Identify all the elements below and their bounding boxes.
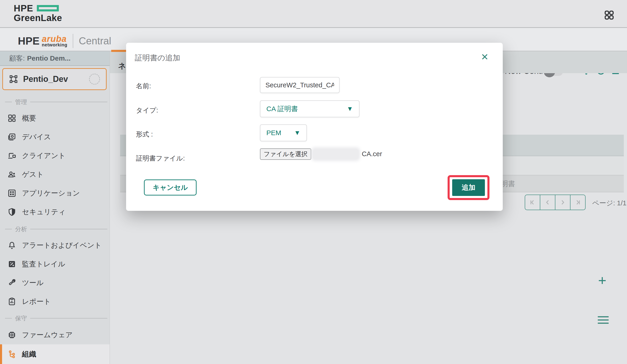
customer-banner: 顧客: Pentio Dem... bbox=[0, 51, 110, 66]
devices-icon bbox=[7, 132, 16, 141]
sidebar-item-label: クライアント bbox=[22, 151, 65, 161]
format-selected-value: PEM bbox=[266, 129, 281, 137]
app-grid-icon[interactable] bbox=[603, 9, 615, 21]
add-certificate-dialog: 証明書の追加 ✕ 名前: タイプ: CA 証明書 ▼ 形式 : PEM ▼ 証明… bbox=[126, 43, 503, 211]
certificate-type-select[interactable]: CA 証明書 ▼ bbox=[260, 100, 360, 117]
overview-icon bbox=[7, 114, 16, 123]
sidebar-item-label: ゲスト bbox=[22, 170, 44, 179]
file-label: 証明書ファイル: bbox=[136, 154, 185, 163]
add-certificate-plus-icon[interactable]: + bbox=[598, 273, 606, 287]
customer-label: 顧客: bbox=[9, 54, 25, 63]
type-selected-value: CA 証明書 bbox=[266, 104, 298, 114]
sidebar-item-label: 組織 bbox=[22, 349, 36, 359]
next-page-button[interactable] bbox=[555, 195, 571, 210]
name-label: 名前: bbox=[136, 82, 151, 91]
sidebar: 顧客: Pentio Dem... Pentio_Dev 管理 概要 デバイス … bbox=[0, 51, 110, 364]
chevron-down-icon: ▼ bbox=[347, 105, 353, 112]
applications-icon bbox=[7, 189, 16, 198]
sidebar-item-overview[interactable]: 概要 bbox=[0, 109, 110, 128]
sidebar-item-firmware[interactable]: ファームウェア bbox=[0, 326, 110, 344]
active-item-indicator bbox=[0, 344, 2, 364]
product-name: Central bbox=[79, 35, 111, 47]
pagination-controls bbox=[525, 195, 586, 210]
sidebar-item-label: アプリケーション bbox=[22, 188, 80, 198]
first-page-button[interactable] bbox=[525, 195, 540, 210]
group-name: Pentio_Dev bbox=[23, 74, 84, 84]
sidebar-item-audit-trail[interactable]: 監査トレイル bbox=[0, 255, 110, 273]
customer-name: Pentio Dem... bbox=[27, 54, 70, 62]
format-label: 形式 : bbox=[136, 130, 153, 139]
sidebar-item-label: セキュリティ bbox=[22, 207, 65, 217]
cancel-button[interactable]: キャンセル bbox=[144, 180, 197, 195]
sidebar-item-label: アラートおよびイベント bbox=[22, 240, 102, 250]
aruba-text: aruba bbox=[42, 35, 67, 43]
sidebar-item-guests[interactable]: ゲスト bbox=[0, 165, 110, 184]
hpe-logo-text: HPE bbox=[14, 4, 33, 13]
certificate-format-select[interactable]: PEM ▼ bbox=[260, 124, 307, 141]
file-name-text: CA.cer bbox=[362, 150, 382, 158]
hpe-greenlake-logo: HPE GreenLake bbox=[14, 4, 62, 22]
aruba-hpe-text: HPE bbox=[18, 35, 40, 47]
sidebar-item-organization[interactable]: 組織 bbox=[0, 344, 110, 364]
active-tab-indicator bbox=[111, 50, 127, 52]
sidebar-item-applications[interactable]: アプリケーション bbox=[0, 184, 110, 203]
sidebar-item-label: デバイス bbox=[22, 132, 51, 142]
sidebar-item-label: ファームウェア bbox=[22, 330, 73, 340]
section-management: 管理 bbox=[0, 98, 110, 106]
audit-trail-icon bbox=[7, 260, 16, 269]
sidebar-item-label: 概要 bbox=[22, 113, 36, 123]
group-selector[interactable]: Pentio_Dev bbox=[2, 68, 107, 90]
tools-wrench-icon bbox=[7, 278, 16, 287]
reports-clipboard-icon bbox=[7, 297, 16, 306]
greenlake-logo-text: GreenLake bbox=[14, 13, 62, 22]
close-icon[interactable]: ✕ bbox=[481, 52, 489, 61]
sidebar-item-label: 監査トレイル bbox=[22, 259, 65, 269]
networking-text: networking bbox=[42, 43, 67, 47]
last-page-button[interactable] bbox=[571, 195, 585, 210]
sidebar-item-reports[interactable]: レポート bbox=[0, 292, 110, 311]
type-label: タイプ: bbox=[136, 106, 158, 115]
loading-spinner-icon bbox=[89, 74, 100, 85]
table-menu-icon[interactable] bbox=[598, 316, 609, 326]
section-maintenance: 保守 bbox=[0, 314, 110, 322]
organization-icon bbox=[7, 350, 16, 359]
page-indicator: ページ: 1/1 bbox=[592, 198, 627, 208]
sidebar-item-label: レポート bbox=[22, 297, 51, 306]
sidebar-item-tools[interactable]: ツール bbox=[0, 273, 110, 292]
sidebar-item-devices[interactable]: デバイス bbox=[0, 128, 110, 146]
firmware-chip-icon bbox=[7, 330, 16, 340]
sidebar-item-alerts-events[interactable]: アラートおよびイベント bbox=[0, 236, 110, 255]
hpe-green-rectangle-icon bbox=[37, 5, 59, 11]
certificate-name-input[interactable] bbox=[260, 77, 340, 93]
clients-icon bbox=[7, 151, 16, 160]
chevron-down-icon: ▼ bbox=[294, 129, 301, 136]
add-button[interactable]: 追加 bbox=[452, 179, 485, 196]
redacted-filename bbox=[313, 149, 358, 159]
guests-icon bbox=[7, 170, 16, 179]
alerts-bell-icon bbox=[7, 241, 16, 250]
group-icon bbox=[9, 75, 18, 84]
security-shield-icon bbox=[7, 207, 16, 217]
dialog-title: 証明書の追加 bbox=[135, 53, 180, 63]
greenlake-topbar: HPE GreenLake bbox=[0, 0, 627, 28]
prev-page-button[interactable] bbox=[540, 195, 555, 210]
sidebar-item-clients[interactable]: クライアント bbox=[0, 146, 110, 165]
logo-divider bbox=[73, 34, 73, 48]
choose-file-button[interactable]: ファイルを選択 bbox=[260, 148, 311, 160]
sidebar-item-label: ツール bbox=[22, 278, 44, 288]
aruba-networking-logo: HPE aruba networking Central bbox=[18, 34, 111, 48]
section-analysis: 分析 bbox=[0, 225, 110, 233]
sidebar-item-security[interactable]: セキュリティ bbox=[0, 203, 110, 221]
